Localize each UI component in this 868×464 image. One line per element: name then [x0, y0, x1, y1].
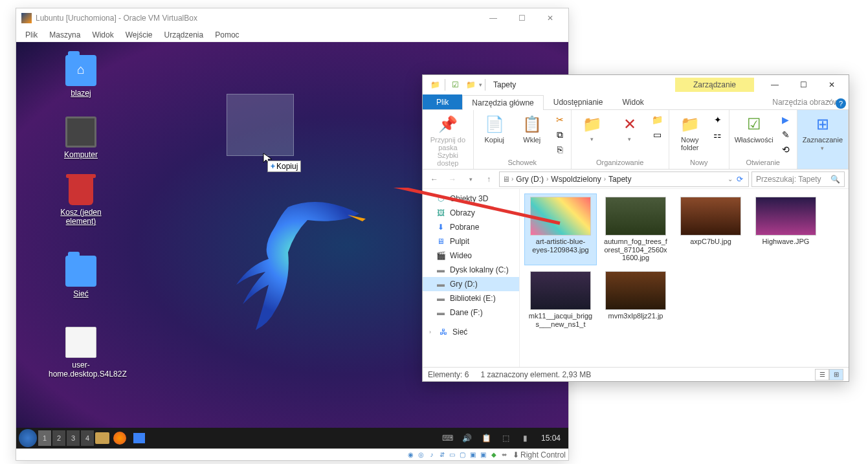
manage-tab[interactable]: Zarządzanie	[675, 78, 754, 92]
nav-disk-f[interactable]: ▬Dane (F:)	[423, 305, 519, 320]
copy-path-button[interactable]: ⧉	[553, 127, 567, 142]
paste-button[interactable]: 📋Wklej	[515, 113, 549, 145]
status-folder-icon[interactable]: ▭	[448, 450, 457, 459]
tray-keyboard-icon[interactable]: ⌨	[439, 429, 457, 447]
properties-button[interactable]: ☑Właściwości	[733, 113, 775, 145]
hostkey-indicator[interactable]: ⬇Right Control	[513, 450, 566, 459]
menu-devices[interactable]: Urządzenia	[159, 29, 209, 41]
file-item[interactable]: Highwave.JPG	[750, 194, 821, 265]
menu-view[interactable]: Widok	[87, 29, 118, 41]
tab-share[interactable]: Udostępnianie	[544, 94, 613, 109]
files-pane[interactable]: art-artistic-blue-eyes-1209843.jpg autum…	[520, 189, 849, 367]
tab-file[interactable]: Plik	[423, 94, 462, 109]
desktop-switch-2[interactable]: 2	[52, 430, 65, 446]
status-mouse-icon[interactable]: ⬌	[500, 450, 509, 459]
copy-button[interactable]: 📄Kopiuj	[478, 113, 511, 145]
nav-recent-button[interactable]: ▾	[463, 171, 478, 187]
tab-home[interactable]: Narzędzia główne	[462, 95, 543, 110]
desktop-switch-1[interactable]: 1	[38, 430, 51, 446]
taskbar-app-icon[interactable]	[130, 429, 148, 447]
delete-button[interactable]: ✕▾	[613, 113, 647, 144]
desktop-switch-3[interactable]: 3	[67, 430, 80, 446]
file-item[interactable]: axpC7bU.jpg	[675, 194, 746, 265]
copyto-button[interactable]: 📁	[651, 113, 665, 127]
nav-desktop[interactable]: 🖥Pulpit	[423, 234, 519, 249]
minimize-button[interactable]: —	[480, 10, 506, 26]
desktop-icon-computer[interactable]: Komputer	[49, 116, 113, 159]
file-item[interactable]: mvm3xIp8ljz21.jp	[600, 269, 671, 331]
tray-clipboard-icon[interactable]: 📋	[478, 429, 496, 447]
history-button[interactable]: ⟲	[779, 142, 793, 157]
close-button[interactable]: ✕	[537, 10, 563, 26]
taskbar-clock[interactable]: 15:04	[536, 434, 566, 443]
pin-button[interactable]: 📌Przypnij do paska Szybki dostęp	[427, 113, 469, 168]
desktop-switch-4[interactable]: 4	[81, 430, 94, 446]
tab-view[interactable]: Widok	[612, 94, 653, 109]
nav-disk-e[interactable]: ▬Biblioteki (E:)	[423, 291, 519, 305]
navigation-pane[interactable]: ⬡Obiekty 3D 🖼Obrazy ⬇Pobrane 🖥Pulpit 🎬Wi…	[423, 189, 520, 367]
status-disk-icon[interactable]: ◉	[406, 450, 416, 459]
status-usb-icon[interactable]: ⇵	[438, 450, 447, 459]
moveto-button[interactable]: 📁▾	[575, 113, 609, 144]
newfolder-button[interactable]: 📁Nowy folder	[673, 113, 707, 153]
cut-button[interactable]: ✂	[553, 113, 567, 127]
easyaccess-button[interactable]: ⚏	[711, 127, 725, 142]
file-item[interactable]: mk11__jacqui_briggs___new_ns1_t	[525, 269, 596, 331]
explorer-titlebar[interactable]: 📁 ☑ 📁 ▾ Tapety Zarządzanie — ☐ ✕	[423, 75, 849, 94]
nav-forward-button[interactable]: →	[445, 171, 460, 187]
file-item[interactable]: art-artistic-blue-eyes-1209843.jpg	[525, 194, 596, 265]
qat-dropdown-icon[interactable]: ▾	[479, 82, 482, 88]
help-icon[interactable]: ?	[836, 98, 846, 109]
taskbar-firefox-icon[interactable]	[111, 429, 129, 447]
tray-volume-icon[interactable]: 🔊	[458, 429, 476, 447]
status-capture-icon[interactable]: ▣	[469, 450, 478, 459]
nav-objects3d[interactable]: ⬡Obiekty 3D	[423, 192, 519, 206]
nav-up-button[interactable]: ↑	[481, 171, 496, 187]
minimize-button[interactable]: —	[761, 76, 789, 94]
status-cpu-icon[interactable]: ◆	[489, 450, 498, 459]
qat-newfolder-icon[interactable]: 📁	[463, 78, 478, 92]
view-icons-button[interactable]: ⊞	[829, 369, 843, 381]
vbox-titlebar[interactable]: Lubuntu [Uruchomiona] - Oracle VM Virtua…	[16, 8, 568, 28]
status-display-icon[interactable]: ▢	[458, 450, 467, 459]
desktop-icon-trash[interactable]: Kosz (jeden element)	[49, 178, 113, 226]
open-button[interactable]: ▶	[779, 113, 793, 127]
menu-help[interactable]: Pomoc	[210, 29, 244, 41]
breadcrumb[interactable]: 🖥 › Gry (D:)› Wspoldzielony› Tapety ⌄ ⟳	[499, 171, 749, 187]
status-cd-icon[interactable]: ◎	[417, 450, 426, 459]
nav-disk-d[interactable]: ▬Gry (D:)	[423, 277, 519, 291]
menu-input[interactable]: Wejście	[120, 29, 158, 41]
close-button[interactable]: ✕	[818, 76, 846, 94]
paste-shortcut-button[interactable]: ⎘	[553, 142, 567, 157]
start-button[interactable]	[19, 429, 37, 447]
desktop-icon-network[interactable]: Sieć	[49, 256, 113, 298]
maximize-button[interactable]: ☐	[789, 76, 818, 94]
ribbon-collapse-icon[interactable]: ⌃	[825, 99, 832, 108]
nav-disk-c[interactable]: ▬Dysk lokalny (C:)	[423, 263, 519, 277]
status-audio-icon[interactable]: ♪	[427, 450, 436, 459]
nav-back-button[interactable]: ←	[427, 171, 442, 187]
nav-videos[interactable]: 🎬Wideo	[423, 249, 519, 263]
taskbar-files-icon[interactable]	[95, 432, 109, 444]
select-button[interactable]: ⊞Zaznaczanie▾	[801, 113, 844, 153]
nav-downloads[interactable]: ⬇Pobrane	[423, 220, 519, 234]
view-details-button[interactable]: ☰	[815, 369, 829, 381]
desktop-icon-file[interactable]: user-home.desktop.S4L82Z	[49, 327, 113, 379]
newitem-button[interactable]: ✦	[711, 113, 725, 127]
edit-button[interactable]: ✎	[779, 127, 793, 142]
qat-folder-icon[interactable]: 📁	[428, 78, 442, 92]
nav-images[interactable]: 🖼Obrazy	[423, 206, 519, 220]
status-record-icon[interactable]: ▣	[479, 450, 488, 459]
qat-properties-icon[interactable]: ☑	[448, 78, 462, 92]
menu-machine[interactable]: Maszyna	[44, 29, 85, 41]
crumb-dropdown-icon[interactable]: ⌄	[728, 175, 733, 182]
rename-button[interactable]: ▭	[651, 127, 665, 142]
refresh-icon[interactable]: ⟳	[737, 175, 743, 184]
tray-battery-icon[interactable]: ▮	[517, 429, 535, 447]
file-item[interactable]: autumn_fog_trees_forest_87104_2560x1600.…	[600, 194, 671, 265]
maximize-button[interactable]: ☐	[509, 10, 535, 26]
tray-network-icon[interactable]: ⬚	[497, 429, 515, 447]
desktop-icon-home[interactable]: ⌂ blazej	[49, 55, 113, 98]
menu-file[interactable]: Plik	[20, 29, 43, 41]
nav-network[interactable]: ›🖧Sieć	[423, 325, 519, 339]
